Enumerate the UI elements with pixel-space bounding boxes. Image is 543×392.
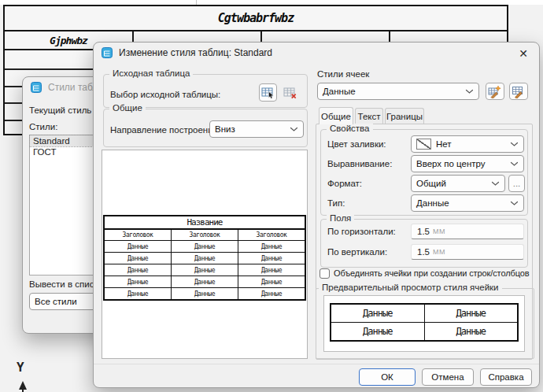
fill-color-combo[interactable]: Нет — [411, 135, 524, 153]
preview-data-row: Данные Данные Данные — [105, 264, 305, 276]
horizontal-margin-field[interactable]: 1.5 мм — [411, 224, 524, 239]
alignment-combo[interactable]: Вверх по центру — [411, 155, 524, 172]
drawing-table-column-header: Gjphwbz — [50, 35, 87, 46]
drawing-table-title-cell: Cgtwbabrfwbz — [5, 6, 507, 31]
alignment-label: Выравнивание: — [327, 159, 392, 168]
margins-group: Поля По горизонтали: 1.5 мм По вертикали… — [320, 219, 528, 268]
horizontal-margin-label: По горизонтали: — [327, 227, 396, 236]
drawing-table-title: Cgtwbabrfwbz — [218, 11, 294, 25]
merge-cells-checkbox[interactable] — [320, 268, 330, 279]
format-more-button[interactable]: ... — [508, 175, 525, 192]
build-direction-combo[interactable]: Вниз — [209, 120, 304, 138]
styles-list-label: Стили: — [29, 122, 57, 131]
preview-data-row: Данные Данные Данные — [105, 241, 305, 253]
table-style-preview: Название Заголовок Заголовок Заголовок Д… — [103, 215, 306, 301]
preview-data-cell: Данные — [105, 241, 172, 252]
cell-style-combo[interactable]: Данные — [317, 83, 479, 100]
cell-preview-row: Данные Данные — [331, 323, 517, 340]
select-source-table-button[interactable] — [259, 83, 277, 102]
cell-style-preview-table: Данные Данные Данные Данные — [330, 303, 519, 342]
preview-data-cell: Данные — [105, 253, 172, 264]
tab-text-label: Текст — [358, 112, 381, 121]
preview-header-row: Заголовок Заголовок Заголовок — [105, 230, 305, 241]
fill-color-label: Цвет заливки: — [327, 139, 386, 149]
type-label: Тип: — [327, 198, 345, 208]
cancel-button-label: Отмена — [431, 372, 464, 382]
tab-borders[interactable]: Границы — [385, 108, 424, 124]
tab-text[interactable]: Текст — [355, 108, 383, 124]
preview-data-cell: Данные — [172, 241, 238, 252]
chevron-down-icon — [465, 89, 474, 94]
cell-preview-cell: Данные — [425, 305, 518, 322]
merge-cells-label: Объединять ячейки при создании строк/сто… — [334, 268, 530, 278]
chevron-down-icon — [290, 127, 298, 132]
build-direction-label: Направление построения: — [110, 125, 220, 135]
no-fill-swatch-icon — [416, 139, 431, 150]
cell-preview-cell: Данные — [331, 323, 425, 340]
cell-style-preview-group: Предварительный просмотр стиля ячейки Да… — [316, 288, 534, 359]
cell-style-preview-panel: Данные Данные Данные Данные — [323, 295, 525, 352]
help-button[interactable]: Справка — [480, 368, 532, 386]
cell-style-value: Данные — [323, 87, 356, 96]
preview-data-cell: Данные — [172, 276, 238, 287]
manage-cell-styles-icon — [512, 85, 526, 98]
alignment-value: Вверх по центру — [416, 159, 486, 168]
format-label: Формат: — [327, 179, 362, 188]
tab-general[interactable]: Общие — [319, 107, 353, 124]
properties-group: Свойства Цвет заливки: Нет Выравнивание:… — [320, 129, 528, 216]
preview-data-cell: Данные — [172, 264, 238, 276]
general-group: Общие Направление построения: Вниз — [103, 109, 308, 147]
fill-color-value: Нет — [436, 139, 452, 149]
vertical-margin-unit: мм — [433, 248, 445, 256]
close-icon: ✕ — [519, 47, 528, 60]
format-combo[interactable]: Общий — [411, 175, 505, 192]
edit-dialog-title: Изменение стиля таблиц: Standard — [119, 47, 272, 58]
manage-cell-styles-button[interactable] — [509, 83, 528, 100]
preview-data-cell: Данные — [238, 288, 305, 299]
preview-data-row: Данные Данные Данные — [105, 253, 305, 264]
preview-data-cell: Данные — [172, 253, 238, 264]
preview-data-row: Данные Данные Данные — [105, 288, 305, 299]
preview-data-cell: Данные — [105, 264, 172, 276]
close-button[interactable]: ✕ — [515, 46, 531, 61]
type-combo[interactable]: Данные — [411, 194, 524, 212]
help-button-label: Справка — [488, 372, 523, 382]
preview-header-cell: Заголовок — [238, 230, 305, 240]
properties-group-legend: Свойства — [327, 124, 373, 133]
ellipsis-icon: ... — [513, 179, 521, 188]
type-value: Данные — [416, 198, 449, 208]
tab-borders-label: Границы — [386, 112, 423, 121]
edit-table-style-dialog: Изменение стиля таблиц: Standard ✕ Исход… — [93, 42, 540, 388]
vertical-margin-label: По вертикали: — [327, 247, 387, 257]
chevron-down-icon — [510, 142, 519, 147]
format-value: Общий — [416, 179, 446, 188]
margins-group-legend: Поля — [327, 213, 354, 223]
cell-styles-label: Стили ячеек — [317, 69, 369, 79]
general-group-legend: Общие — [109, 103, 146, 113]
chevron-down-icon — [510, 161, 519, 167]
ucs-y-axis-shaft — [22, 389, 24, 392]
vertical-margin-field[interactable]: 1.5 мм — [411, 244, 524, 260]
preview-title-cell: Название — [105, 216, 305, 230]
list-filter-value: Все стили — [35, 297, 77, 306]
preview-data-cell: Данные — [238, 253, 305, 264]
table-remove-icon — [283, 87, 297, 99]
preview-data-cell: Данные — [172, 288, 238, 299]
horizontal-margin-unit: мм — [433, 227, 445, 235]
ok-button[interactable]: ОК — [359, 368, 416, 386]
tab-general-label: Общие — [321, 112, 351, 121]
horizontal-margin-value: 1.5 — [417, 227, 430, 236]
table-styles-dialog-icon — [31, 82, 42, 93]
vertical-margin-value: 1.5 — [417, 247, 430, 257]
preview-data-cell: Данные — [238, 264, 305, 276]
source-table-label: Выбор исходной таблицы: — [110, 90, 220, 99]
new-cell-style-icon — [488, 85, 502, 98]
build-direction-value: Вниз — [215, 124, 235, 134]
remove-source-table-button[interactable] — [282, 84, 298, 101]
preview-data-cell: Данные — [105, 288, 172, 299]
cancel-button[interactable]: Отмена — [422, 368, 474, 386]
create-cell-style-button[interactable] — [486, 83, 504, 100]
preview-data-cell: Данные — [238, 276, 305, 287]
chevron-down-icon — [510, 201, 519, 206]
edit-dialog-titlebar[interactable]: Изменение стиля таблиц: Standard ✕ — [94, 43, 539, 63]
